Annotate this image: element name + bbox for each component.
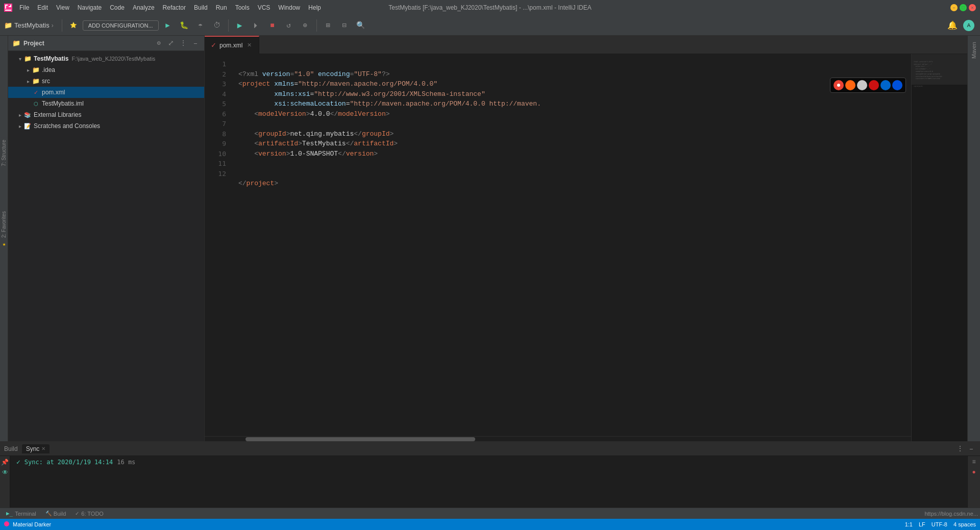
- bottom-minimize-icon[interactable]: –: [967, 444, 976, 453]
- terminal-tab[interactable]: ▶_ Terminal: [2, 509, 40, 518]
- browser-icons-panel: [830, 78, 906, 93]
- intellij-logo-icon: [4, 4, 12, 12]
- toolbar-separator-1: [62, 19, 62, 32]
- status-right-strip: https://blog.csdn.ne...: [924, 511, 978, 517]
- tree-idea-folder[interactable]: ▸ 📁 .idea: [8, 64, 204, 75]
- build-sync-tab[interactable]: Sync ✕: [22, 444, 50, 453]
- cursor-position[interactable]: 1:1: [905, 521, 913, 527]
- project-root-path: F:\java_web_KJ2020\TestMybatis: [71, 56, 155, 62]
- tree-iml-file[interactable]: ▸ ⬡ TestMybatis.iml: [8, 98, 204, 109]
- code-content[interactable]: <?xml version="1.0" encoding="UTF-8"?> <…: [230, 54, 911, 436]
- menu-refactor[interactable]: Refactor: [159, 3, 190, 12]
- menu-view[interactable]: View: [52, 3, 74, 12]
- tree-root-project[interactable]: ▾ 📁 TestMybatis F:\java_web_KJ2020\TestM…: [8, 53, 204, 64]
- indent-label[interactable]: 4 spaces: [953, 521, 976, 527]
- idea-folder-label: .idea: [42, 66, 55, 73]
- attach-btn[interactable]: ⊕: [298, 18, 312, 33]
- sync-result-row: ✓ Sync: at 2020/1/19 14:14 16 ms: [16, 458, 961, 466]
- edge-icon[interactable]: [892, 80, 902, 90]
- menu-analyze[interactable]: Analyze: [129, 3, 159, 12]
- project-chevron-icon: ›: [52, 22, 54, 29]
- layout-btn[interactable]: ⊞: [321, 18, 335, 33]
- terminal-icon: ▶_: [6, 510, 13, 517]
- maximize-button[interactable]: □: [960, 4, 967, 11]
- tree-pom-xml[interactable]: ▸ ✓ pom.xml: [8, 87, 204, 98]
- panel-scope-icon[interactable]: ⚙: [154, 39, 163, 48]
- menu-edit[interactable]: Edit: [33, 3, 52, 12]
- encoding-label[interactable]: UTF-8: [932, 521, 947, 527]
- idea-folder-icon: 📁: [32, 66, 40, 74]
- horizontal-scrollbar[interactable]: [205, 436, 911, 441]
- menu-window[interactable]: Window: [274, 3, 304, 12]
- run-green-btn[interactable]: ▶: [233, 18, 247, 33]
- stop-btn[interactable]: ■: [265, 18, 280, 33]
- ie-icon[interactable]: [880, 80, 891, 90]
- build-tab[interactable]: 🔨 Build: [41, 510, 70, 518]
- tree-scratches[interactable]: ▸ 📝 Scratches and Consoles: [8, 120, 204, 132]
- editor-area: ✓ pom.xml ✕: [205, 36, 967, 441]
- build-btn[interactable]: ▶: [161, 18, 175, 33]
- firefox-icon[interactable]: [845, 80, 855, 90]
- close-button[interactable]: ✕: [969, 4, 976, 11]
- todo-tab[interactable]: ✓ 6: TODO: [71, 510, 108, 518]
- rerun-btn[interactable]: ↺: [282, 18, 296, 33]
- pin-icon[interactable]: 📌: [1, 458, 9, 466]
- tab-close-button[interactable]: ✕: [246, 42, 253, 49]
- scratches-label: Scratches and Consoles: [34, 122, 100, 130]
- panel-minimize-icon[interactable]: –: [191, 39, 200, 48]
- chrome-icon[interactable]: [834, 80, 844, 90]
- safari-icon[interactable]: [857, 80, 867, 90]
- scrollbar-thumb[interactable]: [246, 437, 475, 441]
- main-area: 7: Structure 2: Favorites ★ 📁 Project ⚙ …: [0, 36, 980, 441]
- menu-navigate[interactable]: Navigate: [74, 3, 106, 12]
- left-panel-strip: 7: Structure 2: Favorites ★: [0, 36, 8, 441]
- menu-build[interactable]: Build: [190, 3, 212, 12]
- toolbar-separator-3: [316, 19, 317, 32]
- vcs-btn[interactable]: ⊟: [337, 18, 352, 33]
- minimize-button[interactable]: –: [950, 4, 958, 11]
- menu-file[interactable]: File: [15, 3, 33, 12]
- opera-icon[interactable]: [869, 80, 879, 90]
- project-breadcrumb: 📁 TestMybatis ›: [4, 21, 54, 29]
- bottom-options-icon[interactable]: ⋮: [955, 444, 965, 453]
- minimap[interactable]: <?xml version="1.0"?> <project xmlns="..…: [911, 54, 967, 441]
- structure-label[interactable]: 7: Structure: [0, 138, 8, 168]
- debug-green-btn[interactable]: ⏵: [249, 18, 263, 33]
- project-name-label[interactable]: TestMybatis: [14, 21, 50, 29]
- align-icon[interactable]: ≡: [970, 458, 978, 466]
- menu-run[interactable]: Run: [212, 3, 231, 12]
- run-configs-btn[interactable]: ⭐: [66, 18, 81, 33]
- tree-src-folder[interactable]: ▸ 📁 src: [8, 75, 204, 87]
- menu-tools[interactable]: Tools: [231, 3, 254, 12]
- status-theme[interactable]: Material Darker: [4, 521, 51, 527]
- bottom-right-strip: ≡ ●: [967, 456, 980, 508]
- svg-rect-3: [5, 10, 11, 11]
- tab-pom-xml[interactable]: ✓ pom.xml ✕: [205, 36, 259, 54]
- notifications-btn[interactable]: 🔔: [945, 18, 960, 33]
- tree-external-libraries[interactable]: ▸ 📚 External Libraries: [8, 109, 204, 120]
- search-everywhere-btn[interactable]: 🔍: [354, 18, 368, 33]
- panel-options-icon[interactable]: ⋮: [179, 39, 188, 48]
- sync-tab-label: Sync: [26, 445, 40, 452]
- avatar-btn[interactable]: A: [962, 18, 976, 33]
- tab-bar: ✓ pom.xml ✕: [205, 36, 967, 54]
- menu-vcs[interactable]: VCS: [254, 3, 275, 12]
- maven-label[interactable]: Maven: [970, 40, 978, 61]
- status-url[interactable]: https://blog.csdn.ne...: [924, 511, 978, 517]
- menu-code[interactable]: Code: [106, 3, 129, 12]
- bottom-tool-tabs: ▶_ Terminal 🔨 Build ✓ 6: TODO https://bl…: [0, 508, 980, 519]
- add-configuration-button[interactable]: ADD CONFIGURATION...: [83, 20, 159, 31]
- favorites-label[interactable]: 2: Favorites: [0, 209, 8, 240]
- eye-icon[interactable]: 👁: [1, 468, 9, 476]
- debug-btn[interactable]: 🐛: [177, 18, 191, 33]
- line-separator[interactable]: LF: [919, 521, 925, 527]
- panel-expand-icon[interactable]: ⤢: [166, 39, 176, 48]
- coverage-btn[interactable]: ☂: [193, 18, 208, 33]
- sync-tab-close[interactable]: ✕: [41, 446, 45, 451]
- code-editor[interactable]: 1 2 3 4 5 6 7 8 9 10 11 12 <?xml v: [205, 54, 911, 441]
- error-icon[interactable]: ●: [970, 468, 978, 476]
- right-panel-strip: Maven: [967, 36, 980, 441]
- profile-btn[interactable]: ⏱: [210, 18, 224, 33]
- src-folder-icon: 📁: [32, 77, 40, 85]
- menu-help[interactable]: Help: [304, 3, 325, 12]
